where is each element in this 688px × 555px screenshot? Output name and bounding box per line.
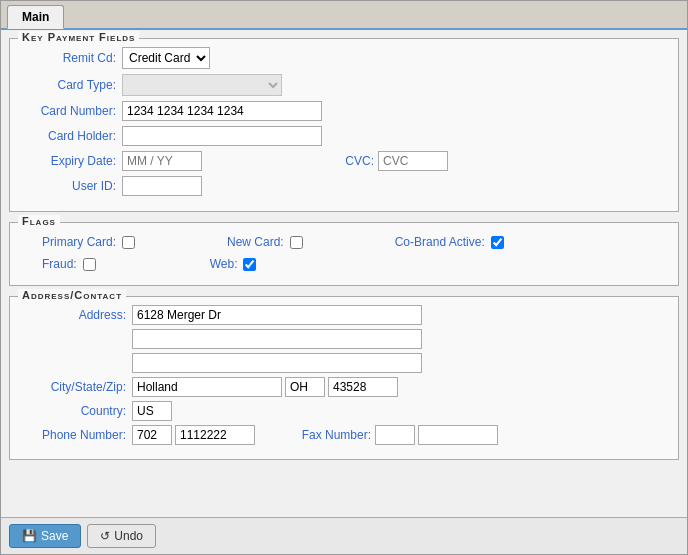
cvc-input[interactable] xyxy=(378,151,448,171)
undo-icon: ↺ xyxy=(100,529,110,543)
primary-card-flag: Primary Card: xyxy=(42,235,137,249)
address2-input[interactable] xyxy=(132,329,422,349)
remit-cd-select[interactable]: Credit Card Check ACH Wire xyxy=(122,47,210,69)
flags-group: Flags Primary Card: New Card: Co-Brand A… xyxy=(9,222,679,286)
address3-row xyxy=(22,353,666,373)
address-contact-group: Address/Contact Address: City/State/Zip: xyxy=(9,296,679,460)
country-row: Country: xyxy=(22,401,666,421)
key-payment-fields-legend: Key Payment Fields xyxy=(18,31,139,43)
fax-area-input[interactable] xyxy=(375,425,415,445)
fraud-checkbox[interactable] xyxy=(83,258,96,271)
toolbar: 💾 Save ↺ Undo xyxy=(1,517,687,554)
undo-label: Undo xyxy=(114,529,143,543)
tab-bar: Main xyxy=(1,1,687,30)
co-brand-active-label: Co-Brand Active: xyxy=(395,235,485,249)
card-type-select[interactable] xyxy=(122,74,282,96)
user-id-input[interactable] xyxy=(122,176,202,196)
flags-row-1: Primary Card: New Card: Co-Brand Active: xyxy=(22,231,666,253)
save-label: Save xyxy=(41,529,68,543)
primary-card-label: Primary Card: xyxy=(42,235,116,249)
phone-area-input[interactable] xyxy=(132,425,172,445)
new-card-checkbox[interactable] xyxy=(290,236,303,249)
user-id-row: User ID: xyxy=(22,176,666,196)
new-card-label: New Card: xyxy=(227,235,284,249)
card-number-label: Card Number: xyxy=(22,104,122,118)
main-window: Main Key Payment Fields Remit Cd: Credit… xyxy=(0,0,688,555)
address3-input[interactable] xyxy=(132,353,422,373)
web-flag: Web: xyxy=(210,257,259,271)
flags-row-2: Fraud: Web: xyxy=(22,253,666,275)
country-label: Country: xyxy=(22,404,132,418)
phone-number-input[interactable] xyxy=(175,425,255,445)
fax-number-input[interactable] xyxy=(418,425,498,445)
cvc-label: CVC: xyxy=(342,154,378,168)
remit-cd-row: Remit Cd: Credit Card Check ACH Wire xyxy=(22,47,666,69)
fax-label: Fax Number: xyxy=(295,428,375,442)
undo-button[interactable]: ↺ Undo xyxy=(87,524,156,548)
key-payment-fields-group: Key Payment Fields Remit Cd: Credit Card… xyxy=(9,38,679,212)
expiry-date-label: Expiry Date: xyxy=(22,154,122,168)
card-type-row: Card Type: xyxy=(22,74,666,96)
remit-cd-label: Remit Cd: xyxy=(22,51,122,65)
user-id-label: User ID: xyxy=(22,179,122,193)
address1-input[interactable] xyxy=(132,305,422,325)
card-number-input[interactable] xyxy=(122,101,322,121)
flags-legend: Flags xyxy=(18,215,60,227)
zip-input[interactable] xyxy=(328,377,398,397)
content-area: Key Payment Fields Remit Cd: Credit Card… xyxy=(1,30,687,517)
save-icon: 💾 xyxy=(22,529,37,543)
country-input[interactable] xyxy=(132,401,172,421)
fraud-label: Fraud: xyxy=(42,257,77,271)
phone-fax-row: Phone Number: Fax Number: xyxy=(22,425,666,445)
address2-row xyxy=(22,329,666,349)
card-type-label: Card Type: xyxy=(22,78,122,92)
phone-label: Phone Number: xyxy=(22,428,132,442)
city-input[interactable] xyxy=(132,377,282,397)
card-holder-input[interactable] xyxy=(122,126,322,146)
co-brand-flag: Co-Brand Active: xyxy=(395,235,506,249)
fraud-flag: Fraud: xyxy=(42,257,98,271)
card-holder-row: Card Holder: xyxy=(22,126,666,146)
expiry-date-input[interactable] xyxy=(122,151,202,171)
city-state-zip-label: City/State/Zip: xyxy=(22,380,132,394)
primary-card-checkbox[interactable] xyxy=(122,236,135,249)
address-contact-legend: Address/Contact xyxy=(18,289,126,301)
save-button[interactable]: 💾 Save xyxy=(9,524,81,548)
address-label: Address: xyxy=(22,308,132,322)
new-card-flag: New Card: xyxy=(227,235,305,249)
card-holder-label: Card Holder: xyxy=(22,129,122,143)
address1-row: Address: xyxy=(22,305,666,325)
state-input[interactable] xyxy=(285,377,325,397)
web-label: Web: xyxy=(210,257,238,271)
web-checkbox[interactable] xyxy=(243,258,256,271)
co-brand-active-checkbox[interactable] xyxy=(491,236,504,249)
city-state-zip-row: City/State/Zip: xyxy=(22,377,666,397)
tab-main[interactable]: Main xyxy=(7,5,64,29)
card-number-row: Card Number: xyxy=(22,101,666,121)
expiry-cvc-row: Expiry Date: CVC: xyxy=(22,151,666,171)
